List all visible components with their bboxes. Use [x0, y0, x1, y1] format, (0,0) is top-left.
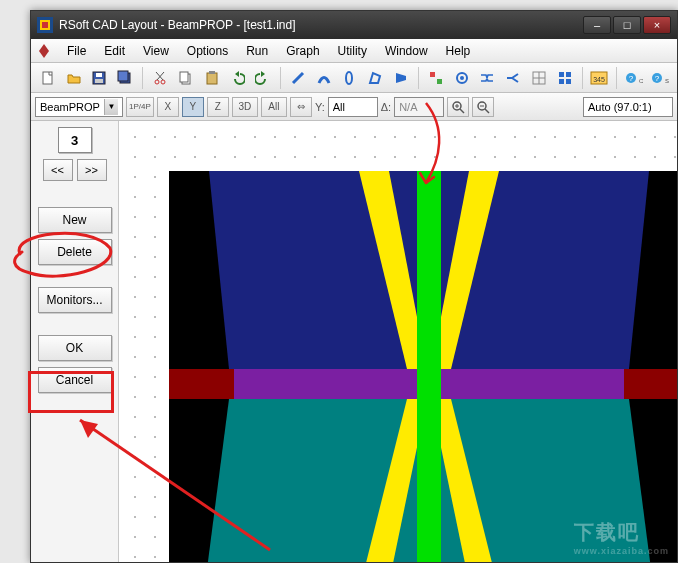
window-controls: – □ × — [583, 16, 671, 34]
ok-button[interactable]: OK — [38, 335, 112, 361]
save-floppy-icon[interactable] — [89, 66, 111, 90]
svg-rect-31 — [559, 72, 564, 77]
menu-window[interactable]: Window — [377, 42, 436, 60]
open-folder-icon[interactable] — [63, 66, 85, 90]
svg-line-13 — [157, 72, 164, 80]
paste-icon[interactable] — [201, 66, 223, 90]
copy-icon[interactable] — [175, 66, 197, 90]
menu-graph[interactable]: Graph — [278, 42, 327, 60]
minimize-button[interactable]: – — [583, 16, 611, 34]
svg-rect-32 — [566, 72, 571, 77]
svg-rect-17 — [209, 71, 215, 74]
maximize-button[interactable]: □ — [613, 16, 641, 34]
menu-help[interactable]: Help — [438, 42, 479, 60]
svg-point-11 — [161, 80, 165, 84]
zoom-auto-combo[interactable]: Auto (97.0:1) — [583, 97, 673, 117]
svg-rect-34 — [566, 79, 571, 84]
side-panel: 3 << >> New Delete Monitors... OK Cancel — [31, 121, 119, 562]
delta-label: Δ: — [381, 101, 391, 113]
table-345-icon[interactable]: 345 — [589, 66, 611, 90]
help-sim-icon[interactable]: ?SIM — [649, 66, 671, 90]
svg-rect-7 — [95, 79, 103, 83]
svg-point-10 — [155, 80, 159, 84]
menu-options[interactable]: Options — [179, 42, 236, 60]
window-title: RSoft CAD Layout - BeamPROP - [test1.ind… — [59, 18, 583, 32]
menu-run[interactable]: Run — [238, 42, 276, 60]
design-canvas[interactable]: 下载吧www.xiazaiba.com — [119, 121, 677, 562]
close-button[interactable]: × — [643, 16, 671, 34]
svg-rect-2 — [42, 22, 48, 28]
svg-rect-6 — [96, 73, 102, 77]
svg-rect-9 — [118, 71, 128, 81]
grid-icon[interactable] — [528, 66, 550, 90]
zoom-auto-value: Auto (97.0:1) — [588, 101, 652, 113]
splitter-icon[interactable] — [502, 66, 524, 90]
svg-line-48 — [485, 109, 489, 113]
menubar: File Edit View Options Run Graph Utility… — [31, 39, 677, 63]
menu-view[interactable]: View — [135, 42, 177, 60]
svg-rect-25 — [437, 79, 442, 84]
next-button[interactable]: >> — [77, 159, 107, 181]
divider-icon[interactable]: ⇔ — [290, 97, 312, 117]
chevron-down-icon: ▼ — [104, 99, 118, 115]
cancel-button[interactable]: Cancel — [38, 367, 112, 393]
svg-marker-3 — [39, 44, 49, 58]
lens-icon[interactable] — [339, 66, 361, 90]
svg-rect-58 — [624, 369, 677, 399]
axis-y-button[interactable]: Y — [182, 97, 204, 117]
toolbar-separator — [280, 67, 281, 89]
simulation-combo[interactable]: BeamPROP ▼ — [35, 97, 123, 117]
svg-point-27 — [460, 76, 464, 80]
fiber-icon[interactable] — [451, 66, 473, 90]
undo-icon[interactable] — [226, 66, 248, 90]
zoom-out-button[interactable] — [472, 97, 494, 117]
zoom-in-button[interactable] — [447, 97, 469, 117]
material-icon[interactable] — [425, 66, 447, 90]
arc-icon[interactable] — [313, 66, 335, 90]
toolbar-separator — [616, 67, 617, 89]
prev-button[interactable]: << — [43, 159, 73, 181]
toolbar-separator — [418, 67, 419, 89]
layer-index[interactable]: 3 — [58, 127, 92, 153]
menu-file[interactable]: File — [59, 42, 94, 60]
workspace: 3 << >> New Delete Monitors... OK Cancel — [31, 121, 677, 562]
axis-all-button[interactable]: All — [261, 97, 287, 117]
main-toolbar: 345?CAD?SIM — [31, 63, 677, 93]
menu-edit[interactable]: Edit — [96, 42, 133, 60]
segment-icon[interactable] — [287, 66, 309, 90]
delete-button[interactable]: Delete — [38, 239, 112, 265]
svg-line-12 — [156, 72, 163, 80]
drawing-area: 下载吧www.xiazaiba.com — [169, 171, 677, 562]
svg-marker-18 — [235, 71, 239, 77]
y-field[interactable] — [328, 97, 378, 117]
svg-rect-16 — [207, 73, 217, 84]
svg-line-20 — [293, 73, 303, 83]
svg-text:?: ? — [629, 74, 634, 83]
app-icon — [37, 17, 53, 33]
tile-icon[interactable] — [554, 66, 576, 90]
new-file-icon[interactable] — [37, 66, 59, 90]
simulation-combo-value: BeamPROP — [40, 101, 100, 113]
svg-point-21 — [346, 72, 352, 84]
axis-z-button[interactable]: Z — [207, 97, 229, 117]
axis-x-button[interactable]: X — [157, 97, 179, 117]
coupler-icon[interactable] — [476, 66, 498, 90]
save-all-icon[interactable] — [114, 66, 136, 90]
polygon-icon[interactable] — [364, 66, 386, 90]
svg-rect-15 — [180, 72, 188, 82]
help-cad-icon[interactable]: ?CAD — [623, 66, 645, 90]
app-logo-icon — [35, 42, 53, 60]
axis-3d-button[interactable]: 3D — [232, 97, 258, 117]
monitors-button[interactable]: Monitors... — [38, 287, 112, 313]
svg-line-44 — [460, 109, 464, 113]
cut-icon[interactable] — [149, 66, 171, 90]
svg-rect-24 — [430, 72, 435, 77]
menu-utility[interactable]: Utility — [330, 42, 375, 60]
mode-1p4p-button[interactable]: 1P/4P — [126, 97, 154, 117]
new-button[interactable]: New — [38, 207, 112, 233]
svg-marker-22 — [370, 73, 380, 83]
taper-icon[interactable] — [390, 66, 412, 90]
secondary-toolbar: BeamPROP ▼ 1P/4P X Y Z 3D All ⇔ Y: Δ: Au… — [31, 93, 677, 121]
toolbar-separator — [142, 67, 143, 89]
redo-icon[interactable] — [252, 66, 274, 90]
